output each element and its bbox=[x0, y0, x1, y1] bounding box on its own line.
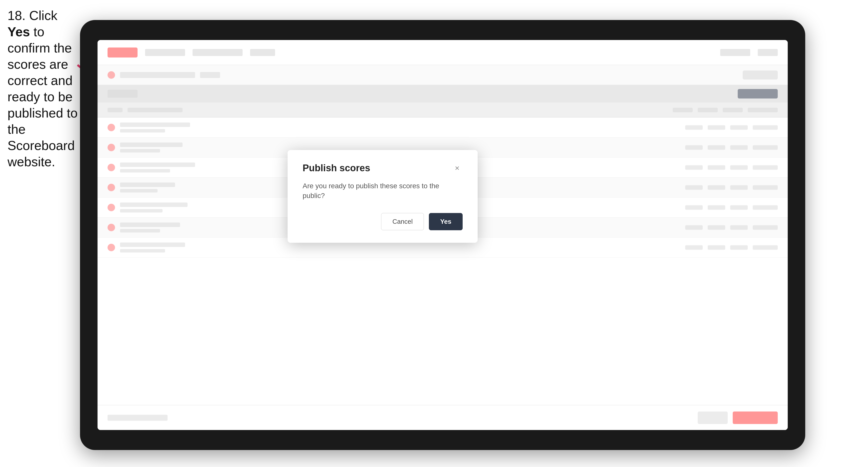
modal-close-button[interactable]: × bbox=[452, 162, 463, 174]
footer-cancel-btn-bg bbox=[698, 411, 728, 424]
row-score-2 bbox=[708, 145, 725, 150]
step-number: 18. bbox=[7, 8, 26, 23]
row-score-2 bbox=[708, 165, 725, 170]
modal-body: Are you ready to publish these scores to… bbox=[303, 181, 463, 200]
app-subheader bbox=[97, 65, 788, 85]
instruction-text: 18. Click Yes to confirm the scores are … bbox=[7, 7, 80, 170]
row-total bbox=[753, 245, 778, 250]
nav-item-right-2 bbox=[758, 49, 778, 56]
app-logo bbox=[107, 48, 137, 58]
instruction-prefix: Click bbox=[26, 8, 57, 23]
nav-item-3 bbox=[250, 49, 275, 56]
instruction-bold: Yes bbox=[7, 25, 30, 39]
row-score-2 bbox=[708, 245, 725, 250]
row-score-3 bbox=[730, 205, 748, 210]
app-header bbox=[97, 40, 788, 65]
col-1 bbox=[107, 108, 123, 112]
filter-1 bbox=[107, 90, 137, 98]
row-score-1 bbox=[685, 125, 703, 130]
row-icon bbox=[107, 144, 115, 151]
app-footer bbox=[97, 405, 788, 430]
row-total bbox=[753, 185, 778, 190]
row-score-1 bbox=[685, 205, 703, 210]
sub-badge bbox=[200, 72, 220, 78]
row-score-3 bbox=[730, 245, 748, 250]
modal-message: Are you ready to publish these scores to… bbox=[303, 181, 463, 200]
row-sub bbox=[120, 209, 162, 213]
row-name bbox=[120, 162, 195, 167]
col-3 bbox=[673, 108, 693, 112]
modal-footer: Cancel Yes bbox=[303, 213, 463, 230]
nav-item-right-1 bbox=[720, 49, 750, 56]
row-sub bbox=[120, 249, 165, 252]
sub-title bbox=[120, 72, 195, 78]
row-score-3 bbox=[730, 125, 748, 130]
row-score-1 bbox=[685, 165, 703, 170]
row-icon bbox=[107, 204, 115, 211]
row-score-2 bbox=[708, 225, 725, 230]
row-score-3 bbox=[730, 165, 748, 170]
nav-item-1 bbox=[145, 49, 185, 56]
confirm-yes-button[interactable]: Yes bbox=[429, 213, 463, 230]
publish-scores-modal: Publish scores × Are you ready to publis… bbox=[287, 150, 478, 243]
tablet-screen: Publish scores × Are you ready to publis… bbox=[97, 40, 788, 430]
app-col-header bbox=[97, 102, 788, 118]
row-icon bbox=[107, 164, 115, 171]
row-icon bbox=[107, 124, 115, 131]
row-score-1 bbox=[685, 185, 703, 190]
row-score-1 bbox=[685, 225, 703, 230]
row-score-1 bbox=[685, 245, 703, 250]
tablet-device: Publish scores × Are you ready to publis… bbox=[80, 20, 805, 450]
row-total bbox=[753, 125, 778, 130]
row-score-3 bbox=[730, 145, 748, 150]
row-icon bbox=[107, 244, 115, 251]
footer-publish-btn-bg bbox=[733, 411, 778, 424]
instruction-suffix: to confirm the scores are correct and re… bbox=[7, 25, 78, 169]
row-sub bbox=[120, 129, 165, 132]
row-name bbox=[120, 222, 180, 227]
row-name bbox=[120, 143, 183, 147]
row-total bbox=[753, 145, 778, 150]
col-2 bbox=[127, 108, 183, 112]
row-score-3 bbox=[730, 225, 748, 230]
row-icon bbox=[107, 224, 115, 231]
row-score-2 bbox=[708, 205, 725, 210]
row-name bbox=[120, 243, 185, 247]
row-sub bbox=[120, 149, 160, 153]
modal-header: Publish scores × bbox=[303, 162, 463, 174]
row-sub bbox=[120, 189, 158, 192]
row-name bbox=[120, 123, 190, 127]
row-sub bbox=[120, 229, 160, 232]
row-name bbox=[120, 203, 188, 207]
row-total bbox=[753, 205, 778, 210]
col-4 bbox=[698, 108, 718, 112]
row-score-3 bbox=[730, 185, 748, 190]
row-score-1 bbox=[685, 145, 703, 150]
col-6 bbox=[748, 108, 778, 112]
row-total bbox=[753, 165, 778, 170]
row-score-2 bbox=[708, 185, 725, 190]
modal-title: Publish scores bbox=[303, 163, 370, 174]
close-icon: × bbox=[455, 163, 460, 173]
col-5 bbox=[723, 108, 743, 112]
footer-text bbox=[107, 415, 167, 421]
row-total bbox=[753, 225, 778, 230]
table-row bbox=[97, 118, 788, 137]
sub-action bbox=[743, 70, 778, 80]
publish-btn-bg bbox=[738, 89, 778, 98]
cancel-button[interactable]: Cancel bbox=[381, 213, 424, 230]
row-score-2 bbox=[708, 125, 725, 130]
nav-item-2 bbox=[192, 49, 243, 56]
row-name bbox=[120, 183, 175, 187]
row-sub bbox=[120, 169, 170, 173]
app-table-header bbox=[97, 85, 788, 102]
sub-icon bbox=[107, 71, 115, 79]
row-icon bbox=[107, 184, 115, 191]
